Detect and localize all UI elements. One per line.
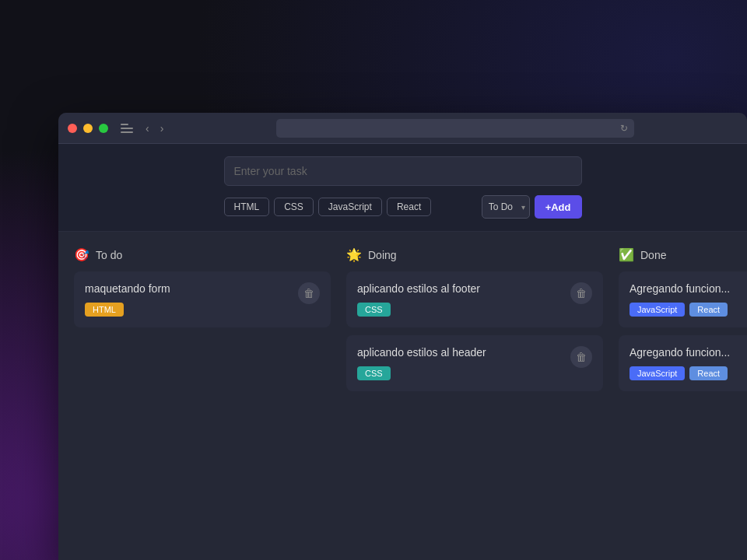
address-bar[interactable]: ↻	[276, 119, 634, 138]
card-doing-1-left: aplicando estilos al header CSS	[357, 346, 570, 380]
column-done: ✅ Done Agregando funcion... JavaScript R…	[619, 247, 747, 558]
card-doing-0: aplicando estilos al footer CSS 🗑	[346, 271, 603, 327]
card-doing-1: aplicando estilos al header CSS 🗑	[346, 335, 603, 391]
card-doing-1-tags: CSS	[357, 366, 570, 380]
tag-css-badge-1: CSS	[357, 366, 391, 380]
card-todo-0-inner: maquetando form HTML 🗑	[85, 282, 320, 317]
status-select[interactable]: To Do Doing Done	[482, 195, 530, 219]
card-done-1-title: Agregando funcion...	[630, 346, 747, 359]
card-doing-0-inner: aplicando estilos al footer CSS 🗑	[357, 282, 592, 317]
doing-icon: 🌟	[346, 247, 362, 262]
tag-css-button[interactable]: CSS	[274, 198, 314, 216]
card-doing-0-title: aplicando estilos al footer	[357, 282, 570, 295]
card-todo-0: maquetando form HTML 🗑	[74, 271, 331, 327]
tag-css-badge-0: CSS	[357, 303, 391, 317]
forward-button[interactable]: ›	[157, 121, 167, 136]
tag-html-button[interactable]: HTML	[224, 198, 270, 216]
card-done-1: Agregando funcion... JavaScript React 🗑	[619, 335, 747, 391]
tag-html-badge: HTML	[85, 303, 124, 317]
column-todo: 🎯 To do maquetando form HTML 🗑	[74, 247, 331, 558]
card-done-1-inner: Agregando funcion... JavaScript React 🗑	[630, 346, 747, 380]
tag-react-badge-1: React	[689, 366, 728, 380]
kanban-board: 🎯 To do maquetando form HTML 🗑	[58, 232, 747, 560]
tag-js-badge-0: JavaScript	[630, 303, 685, 317]
card-done-0: Agregando funcion... JavaScript React 🗑	[619, 271, 747, 327]
status-select-wrapper: To Do Doing Done	[482, 195, 530, 219]
card-done-0-left: Agregando funcion... JavaScript React	[630, 282, 747, 317]
minimize-button[interactable]	[83, 124, 93, 133]
card-todo-0-left: maquetando form HTML	[85, 282, 298, 317]
done-title: Done	[640, 249, 666, 261]
delete-doing-1-button[interactable]: 🗑	[570, 346, 592, 368]
sidebar-toggle-button[interactable]	[121, 124, 133, 133]
title-bar: ‹ › ↻	[58, 113, 747, 144]
card-doing-1-title: aplicando estilos al header	[357, 346, 570, 359]
tag-javascript-button[interactable]: JavaScript	[318, 198, 382, 216]
card-done-0-tags: JavaScript React	[630, 303, 747, 317]
card-done-0-inner: Agregando funcion... JavaScript React 🗑	[630, 282, 747, 317]
delete-doing-0-button[interactable]: 🗑	[570, 282, 592, 304]
tag-react-button[interactable]: React	[387, 198, 431, 216]
card-done-1-tags: JavaScript React	[630, 366, 747, 380]
back-button[interactable]: ‹	[142, 121, 153, 136]
doing-title: Doing	[368, 249, 397, 261]
todo-title: To do	[96, 249, 122, 261]
task-input[interactable]	[224, 156, 582, 186]
nav-buttons: ‹ ›	[142, 121, 167, 136]
add-task-button[interactable]: +Add	[535, 195, 582, 219]
close-button[interactable]	[68, 124, 77, 133]
column-done-header: ✅ Done	[619, 247, 747, 262]
card-doing-0-tags: CSS	[357, 303, 570, 317]
card-done-1-left: Agregando funcion... JavaScript React	[630, 346, 747, 380]
tag-react-badge-0: React	[689, 303, 728, 317]
column-todo-header: 🎯 To do	[74, 247, 331, 262]
card-todo-0-tags: HTML	[85, 303, 298, 317]
address-bar-area: ↻	[188, 119, 722, 138]
done-icon: ✅	[619, 247, 634, 262]
card-doing-1-inner: aplicando estilos al header CSS 🗑	[357, 346, 592, 380]
delete-todo-0-button[interactable]: 🗑	[298, 282, 320, 304]
column-doing-header: 🌟 Doing	[346, 247, 603, 262]
browser-window: ‹ › ↻ HTML CSS JavaScript React To Do Do…	[58, 113, 747, 560]
card-done-0-title: Agregando funcion...	[630, 282, 747, 295]
browser-content: HTML CSS JavaScript React To Do Doing Do…	[58, 144, 747, 560]
toolbar-row: HTML CSS JavaScript React To Do Doing Do…	[224, 195, 582, 219]
todo-icon: 🎯	[74, 247, 89, 262]
card-doing-0-left: aplicando estilos al footer CSS	[357, 282, 570, 317]
toolbar: HTML CSS JavaScript React To Do Doing Do…	[58, 144, 747, 232]
tag-js-badge-1: JavaScript	[630, 366, 685, 380]
maximize-button[interactable]	[99, 124, 108, 133]
refresh-icon: ↻	[620, 123, 628, 134]
column-doing: 🌟 Doing aplicando estilos al footer CSS …	[346, 247, 603, 558]
card-todo-0-title: maquetando form	[85, 282, 298, 295]
